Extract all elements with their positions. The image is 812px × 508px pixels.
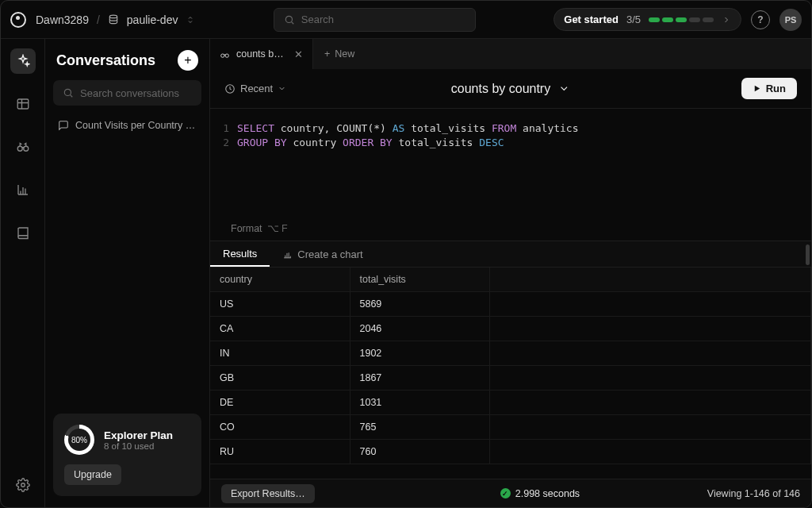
success-icon: ✓ — [500, 488, 511, 498]
new-conversation-button[interactable]: + — [178, 50, 198, 71]
chevron-down-icon — [558, 83, 570, 94]
table-row[interactable]: DE1031 — [210, 391, 811, 415]
topbar: Dawn3289 / paulie-dev Search Get started… — [1, 1, 811, 39]
svg-point-6 — [64, 89, 71, 95]
plan-name: Explorer Plan — [104, 429, 173, 441]
close-icon[interactable]: ✕ — [294, 48, 303, 60]
run-label: Run — [766, 83, 786, 94]
viewing-count: Viewing 1-146 of 146 — [707, 488, 800, 499]
svg-point-1 — [285, 16, 292, 22]
nav-book-icon[interactable] — [10, 220, 36, 245]
tabrow: counts by count ✕ + New — [210, 39, 811, 69]
help-button[interactable]: ? — [751, 10, 770, 29]
avatar[interactable]: PS — [779, 9, 802, 31]
binoculars-icon — [220, 49, 230, 60]
svg-point-4 — [23, 146, 28, 151]
svg-point-5 — [21, 483, 25, 487]
format-hint[interactable]: Format ⌥ F — [210, 214, 811, 241]
query-title[interactable]: counts by country — [451, 82, 570, 96]
recent-button[interactable]: Recent — [224, 83, 286, 94]
sql-editor[interactable]: 1SELECT country, COUNT(*) AS total_visit… — [210, 109, 811, 149]
logo-icon[interactable] — [10, 12, 26, 28]
results-tabs: Results Create a chart — [210, 241, 811, 267]
export-button[interactable]: Export Results… — [221, 484, 315, 503]
scrollbar[interactable] — [806, 244, 810, 265]
statusbar: Export Results… ✓ 2.998 seconds Viewing … — [210, 479, 811, 507]
table-row[interactable]: CA2046 — [210, 317, 811, 341]
plan-card: 80% Explorer Plan 8 of 10 used Upgrade — [53, 414, 201, 496]
main: counts by count ✕ + New Recent counts by… — [210, 39, 811, 507]
table-row[interactable]: IN1902 — [210, 341, 811, 366]
svg-point-8 — [225, 53, 228, 56]
svg-point-0 — [109, 15, 117, 18]
global-search[interactable]: Search — [274, 8, 476, 32]
tab-create-chart[interactable]: Create a chart — [270, 241, 375, 267]
recent-label: Recent — [240, 83, 273, 94]
plan-usage: 8 of 10 used — [104, 441, 173, 451]
query-time: ✓ 2.998 seconds — [500, 488, 580, 499]
svg-point-3 — [17, 146, 22, 151]
nav-binoculars-icon[interactable] — [10, 134, 36, 160]
breadcrumb-sep: / — [97, 13, 100, 26]
column-header[interactable]: total_visits — [350, 267, 489, 292]
chart-icon — [282, 249, 293, 260]
tab-label: counts by count — [236, 48, 288, 60]
clock-icon — [224, 83, 236, 94]
table-row[interactable]: US5869 — [210, 292, 811, 317]
get-started-label: Get started — [564, 13, 619, 25]
workspace-name[interactable]: Dawn3289 — [36, 13, 89, 26]
sidebar: Conversations + Search conversations Cou… — [45, 39, 210, 507]
sidebar-title: Conversations — [56, 52, 155, 69]
table-row[interactable]: RU760 — [210, 440, 811, 464]
play-icon — [753, 84, 761, 93]
breadcrumb: Dawn3289 / paulie-dev — [36, 13, 195, 26]
results-table: countrytotal_visits US5869CA2046IN1902GB… — [210, 267, 811, 479]
nav-settings-icon[interactable] — [10, 472, 36, 498]
nav-chart-icon[interactable] — [10, 177, 36, 202]
column-header[interactable]: country — [210, 267, 350, 292]
editor-toolbar: Recent counts by country Run — [210, 69, 811, 109]
chevron-down-icon — [278, 84, 286, 93]
nav-sparkles-icon[interactable] — [10, 48, 36, 74]
conversation-search[interactable]: Search conversations — [53, 80, 201, 106]
search-icon — [284, 14, 295, 25]
run-button[interactable]: Run — [741, 78, 797, 99]
progress-pills — [649, 17, 714, 22]
chat-icon — [58, 120, 69, 131]
search-placeholder: Search — [301, 13, 334, 25]
table-row[interactable]: CO765 — [210, 415, 811, 440]
project-name[interactable]: paulie-dev — [127, 13, 178, 26]
tab-results[interactable]: Results — [210, 241, 270, 267]
nav-table-icon[interactable] — [10, 91, 36, 117]
svg-point-7 — [221, 53, 224, 56]
search-icon — [63, 87, 74, 98]
plus-icon: + — [324, 48, 330, 60]
conversation-label: Count Visits per Country … — [75, 120, 195, 131]
svg-rect-2 — [17, 99, 29, 109]
new-tab-label: New — [335, 48, 354, 60]
get-started-pill[interactable]: Get started 3/5 — [553, 8, 741, 31]
conversation-item[interactable]: Count Visits per Country … — [53, 117, 201, 134]
new-tab-button[interactable]: + New — [313, 39, 366, 69]
editor-tab[interactable]: counts by count ✕ — [210, 39, 313, 69]
conv-search-placeholder: Search conversations — [80, 87, 179, 99]
get-started-count: 3/5 — [626, 13, 641, 25]
switcher-icon[interactable] — [186, 14, 195, 25]
chevron-right-icon — [722, 15, 731, 25]
database-icon — [108, 14, 119, 25]
iconbar — [1, 39, 45, 507]
usage-ring: 80% — [64, 425, 94, 455]
table-row[interactable]: GB1867 — [210, 366, 811, 391]
upgrade-button[interactable]: Upgrade — [64, 464, 121, 485]
